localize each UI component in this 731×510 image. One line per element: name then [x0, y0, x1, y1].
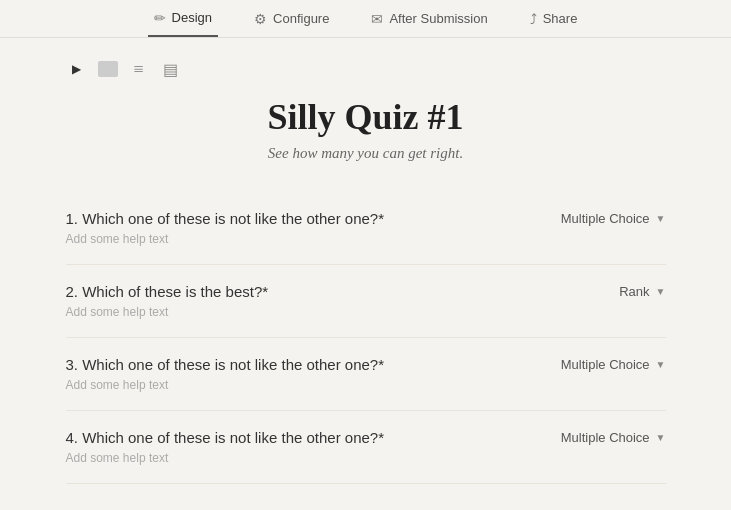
form-title[interactable]: Silly Quiz #1 — [66, 96, 666, 139]
toolbar: ▶ ≡ ▤ — [66, 58, 666, 80]
help-text-1[interactable]: Add some help text — [66, 232, 666, 246]
question-type-selector-2[interactable]: Rank ▼ — [619, 284, 665, 299]
question-text-4: 4. Which one of these is not like the ot… — [66, 429, 385, 446]
question-label-4: Which one of these is not like the other… — [82, 429, 384, 446]
question-type-selector-1[interactable]: Multiple Choice ▼ — [561, 211, 666, 226]
question-item-2: 2. Which of these is the best?* Rank ▼ A… — [66, 265, 666, 338]
questions-list: 1. Which one of these is not like the ot… — [66, 192, 666, 484]
question-type-selector-3[interactable]: Multiple Choice ▼ — [561, 357, 666, 372]
nav-item-after-submission[interactable]: ✉ After Submission — [365, 0, 493, 37]
chevron-down-icon-3: ▼ — [656, 359, 666, 370]
nav-item-configure[interactable]: ⚙ Configure — [248, 0, 335, 37]
image-icon[interactable] — [98, 61, 118, 77]
mail-icon: ✉ — [371, 11, 383, 27]
help-text-4[interactable]: Add some help text — [66, 451, 666, 465]
share-icon: ⤴ — [530, 11, 537, 27]
question-type-label-3: Multiple Choice — [561, 357, 650, 372]
help-text-3[interactable]: Add some help text — [66, 378, 666, 392]
nav-item-share[interactable]: ⤴ Share — [524, 0, 584, 37]
chevron-down-icon-4: ▼ — [656, 432, 666, 443]
form-header: Silly Quiz #1 See how many you can get r… — [66, 96, 666, 162]
nav-label-after-submission: After Submission — [389, 11, 487, 26]
question-label-1: Which one of these is not like the other… — [82, 210, 384, 227]
question-type-label-2: Rank — [619, 284, 649, 299]
nav-item-design[interactable]: ✏ Design — [148, 0, 218, 37]
nav-label-configure: Configure — [273, 11, 329, 26]
question-text-2: 2. Which of these is the best?* — [66, 283, 269, 300]
help-text-2[interactable]: Add some help text — [66, 305, 666, 319]
question-item-1: 1. Which one of these is not like the ot… — [66, 192, 666, 265]
question-number-2: 2. — [66, 283, 79, 300]
question-item-4: 4. Which one of these is not like the ot… — [66, 411, 666, 484]
nav-label-design: Design — [172, 10, 212, 25]
question-number-1: 1. — [66, 210, 79, 227]
question-text-1: 1. Which one of these is not like the ot… — [66, 210, 385, 227]
list-icon[interactable]: ≡ — [128, 58, 150, 80]
question-item-3: 3. Which one of these is not like the ot… — [66, 338, 666, 411]
question-number-4: 4. — [66, 429, 79, 446]
chevron-down-icon-1: ▼ — [656, 213, 666, 224]
gear-icon: ⚙ — [254, 11, 267, 27]
question-label-2: Which of these is the best?* — [82, 283, 268, 300]
question-type-label-1: Multiple Choice — [561, 211, 650, 226]
nav-label-share: Share — [543, 11, 578, 26]
pencil-icon: ✏ — [154, 10, 166, 26]
chevron-down-icon-2: ▼ — [656, 286, 666, 297]
question-text-3: 3. Which one of these is not like the ot… — [66, 356, 385, 373]
question-label-3: Which one of these is not like the other… — [82, 356, 384, 373]
question-number-3: 3. — [66, 356, 79, 373]
text-block-icon[interactable]: ▤ — [160, 58, 182, 80]
top-nav: ✏ Design ⚙ Configure ✉ After Submission … — [0, 0, 731, 38]
form-subtitle: See how many you can get right. — [66, 145, 666, 162]
question-type-selector-4[interactable]: Multiple Choice ▼ — [561, 430, 666, 445]
play-icon[interactable]: ▶ — [66, 58, 88, 80]
question-type-label-4: Multiple Choice — [561, 430, 650, 445]
